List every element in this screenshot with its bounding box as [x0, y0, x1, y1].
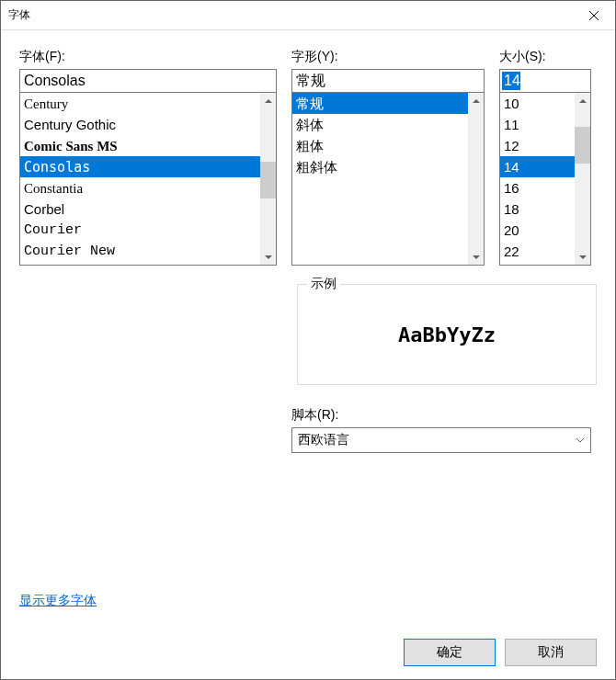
style-column: 字形(Y): 常规斜体粗体粗斜体: [291, 49, 485, 266]
scroll-down-button[interactable]: [260, 249, 276, 265]
size-list-item[interactable]: 11: [500, 114, 575, 135]
dialog-content: 字体(F): CenturyCentury GothicComic Sans M…: [1, 30, 615, 628]
font-list-item[interactable]: Courier New: [20, 241, 260, 262]
style-input[interactable]: [291, 69, 485, 93]
chevron-down-icon: [473, 255, 480, 259]
size-list-item[interactable]: 16: [500, 177, 575, 198]
font-list-item[interactable]: Consolas: [20, 156, 260, 177]
style-list-item[interactable]: 斜体: [292, 114, 468, 135]
style-scrollbar[interactable]: [468, 93, 484, 265]
sample-groupbox: 示例 AaBbYyZz: [297, 284, 597, 385]
font-list-item[interactable]: Comic Sans MS: [20, 135, 260, 156]
font-column: 字体(F): CenturyCentury GothicComic Sans M…: [19, 49, 277, 266]
font-listbox[interactable]: CenturyCentury GothicComic Sans MSConsol…: [19, 93, 277, 266]
chevron-down-icon: [579, 255, 587, 259]
font-list-item[interactable]: Century Gothic: [20, 114, 260, 135]
close-button[interactable]: [573, 1, 615, 29]
script-row: 脚本(R): 西欧语言: [291, 407, 591, 453]
size-list-item[interactable]: 22: [500, 241, 575, 262]
scroll-thumb[interactable]: [260, 162, 276, 198]
style-listbox[interactable]: 常规斜体粗体粗斜体: [291, 93, 485, 266]
scroll-track[interactable]: [260, 108, 276, 249]
font-scrollbar[interactable]: [260, 93, 276, 265]
style-label: 字形(Y):: [291, 49, 485, 65]
font-label: 字体(F):: [19, 49, 277, 65]
chevron-down-icon: [576, 436, 585, 445]
script-select[interactable]: 西欧语言: [291, 427, 591, 453]
titlebar: 字体: [1, 1, 615, 30]
chevron-down-icon: [265, 255, 272, 259]
style-list-item[interactable]: 常规: [292, 93, 468, 114]
scroll-thumb[interactable]: [575, 127, 590, 164]
close-icon: [589, 11, 599, 20]
font-input[interactable]: [19, 69, 277, 93]
scroll-track[interactable]: [575, 108, 590, 249]
style-list-item[interactable]: 粗体: [292, 135, 468, 156]
selector-row: 字体(F): CenturyCentury GothicComic Sans M…: [19, 49, 597, 266]
chevron-up-icon: [579, 99, 587, 103]
scroll-track[interactable]: [468, 108, 484, 249]
script-label: 脚本(R):: [291, 407, 591, 424]
font-list-item[interactable]: Century: [20, 93, 260, 114]
chevron-up-icon: [265, 99, 272, 103]
window-title: 字体: [8, 7, 573, 23]
sample-label: 示例: [307, 276, 340, 292]
dialog-buttons: 确定 取消: [1, 628, 615, 679]
font-list-item[interactable]: Courier: [20, 220, 260, 241]
more-fonts-link[interactable]: 显示更多字体: [19, 593, 597, 609]
scroll-up-button[interactable]: [468, 93, 484, 108]
size-list-item[interactable]: 18: [500, 198, 575, 220]
size-list-item[interactable]: 12: [500, 135, 575, 156]
size-list-item[interactable]: 10: [500, 93, 575, 114]
font-dialog: 字体 字体(F): CenturyCentury GothicComic San…: [0, 0, 616, 680]
scroll-down-button[interactable]: [575, 249, 590, 265]
scroll-up-button[interactable]: [260, 93, 276, 108]
font-list-item[interactable]: Corbel: [20, 198, 260, 220]
size-scrollbar[interactable]: [575, 93, 590, 265]
cancel-button[interactable]: 取消: [505, 639, 597, 666]
size-label: 大小(S):: [499, 49, 591, 65]
scroll-up-button[interactable]: [575, 93, 590, 108]
chevron-up-icon: [473, 99, 480, 103]
script-value: 西欧语言: [298, 432, 576, 448]
sample-row: 示例 AaBbYyZz: [19, 284, 597, 385]
ok-button[interactable]: 确定: [404, 639, 496, 666]
size-column: 大小(S): 1011121416182022: [499, 49, 591, 266]
size-listbox[interactable]: 1011121416182022: [499, 93, 591, 266]
size-input[interactable]: [499, 69, 591, 93]
scroll-down-button[interactable]: [468, 249, 484, 265]
font-list-item[interactable]: Constantia: [20, 177, 260, 198]
sample-text: AaBbYyZz: [298, 285, 596, 384]
size-list-item[interactable]: 20: [500, 220, 575, 241]
size-list-item[interactable]: 14: [500, 156, 575, 177]
style-list-item[interactable]: 粗斜体: [292, 156, 468, 177]
